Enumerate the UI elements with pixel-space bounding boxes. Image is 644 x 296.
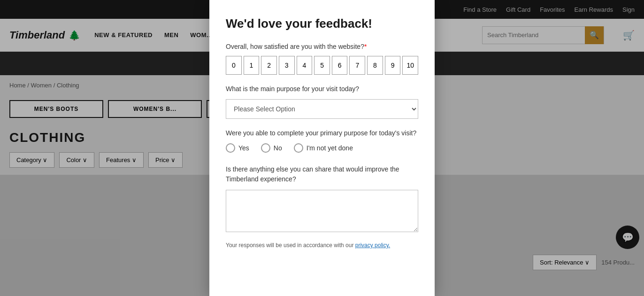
radio-yes-label: Yes [238, 144, 249, 152]
rating-8[interactable]: 8 [367, 56, 383, 75]
radio-not-yet[interactable]: I'm not yet done [294, 143, 353, 153]
radio-yes-circle [226, 143, 235, 153]
privacy-policy-link[interactable]: privacy policy. [355, 242, 390, 249]
radio-no[interactable]: No [261, 143, 282, 153]
satisfaction-question: Overall, how satisfied are you with the … [226, 43, 418, 50]
modal-title: We'd love your feedback! [226, 16, 418, 31]
radio-row: Yes No I'm not yet done [226, 143, 418, 153]
rating-2[interactable]: 2 [261, 56, 277, 75]
required-star: * [364, 43, 367, 50]
improve-textarea[interactable] [226, 190, 418, 232]
visit-purpose-question: What is the main purpose for your visit … [226, 85, 418, 93]
rating-row: 0 1 2 3 4 5 6 7 8 9 10 [226, 56, 418, 75]
rating-6[interactable]: 6 [332, 56, 348, 75]
improve-question: Is there anything else you can share tha… [226, 164, 418, 184]
rating-5[interactable]: 5 [314, 56, 330, 75]
rating-4[interactable]: 4 [297, 56, 313, 75]
rating-9[interactable]: 9 [385, 56, 401, 75]
radio-not-yet-label: I'm not yet done [307, 144, 353, 152]
rating-1[interactable]: 1 [244, 56, 260, 75]
privacy-text: Your responses will be used in accordanc… [226, 241, 418, 249]
rating-0[interactable]: 0 [226, 56, 242, 75]
rating-10[interactable]: 10 [402, 56, 418, 75]
rating-7[interactable]: 7 [349, 56, 365, 75]
visit-purpose-dropdown[interactable]: Please Select Option Browse/Research Pur… [226, 99, 418, 119]
radio-no-label: No [274, 144, 282, 152]
feedback-modal: We'd love your feedback! Overall, how sa… [209, 0, 435, 296]
radio-no-circle [261, 143, 270, 153]
primary-purpose-question: Were you able to complete your primary p… [226, 129, 418, 137]
radio-yes[interactable]: Yes [226, 143, 249, 153]
radio-not-yet-circle [294, 143, 303, 153]
rating-3[interactable]: 3 [279, 56, 295, 75]
